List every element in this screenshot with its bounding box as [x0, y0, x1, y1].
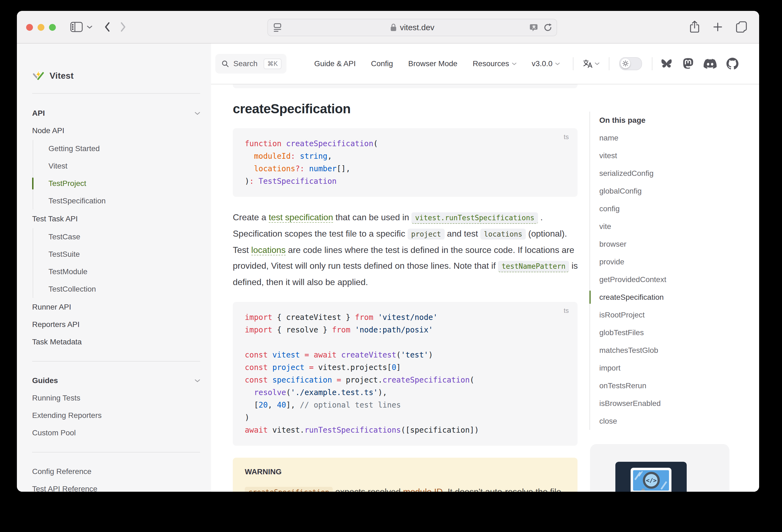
sidebar-label: API	[32, 109, 45, 118]
sidebar-nav: APINode APIGetting StartedVitestTestProj…	[32, 105, 200, 492]
navbar-divider	[609, 57, 609, 70]
code-lang-label: ts	[564, 133, 569, 141]
outline-item-vite[interactable]: vite	[599, 217, 736, 235]
sidebar-item-running-tests[interactable]: Running Tests	[32, 389, 200, 407]
forward-button-icon[interactable]	[120, 22, 126, 32]
nav-link-config[interactable]: Config	[371, 59, 393, 68]
outline-item-globtestfiles[interactable]: globTestFiles	[599, 324, 736, 342]
outline-item-isrootproject[interactable]: isRootProject	[599, 306, 736, 324]
sidebar-item-extending-reporters[interactable]: Extending Reporters	[32, 407, 200, 424]
text-run: that can be used in	[333, 212, 412, 222]
code-line: const specification = project.createSpec…	[245, 374, 566, 386]
language-switcher[interactable]	[583, 59, 600, 69]
reload-icon[interactable]	[543, 23, 552, 32]
sidebar-item-custom-pool[interactable]: Custom Pool	[32, 424, 200, 441]
code-example[interactable]: import { createVitest } from 'vitest/nod…	[245, 311, 566, 436]
sidebar-label: Extending Reporters	[32, 411, 102, 420]
doc-link-locations[interactable]: locations	[251, 245, 286, 255]
github-icon[interactable]	[726, 58, 739, 70]
sidebar-item-test-task-api[interactable]: Test Task API	[32, 210, 200, 227]
close-window-button[interactable]	[26, 24, 33, 31]
sidebar-menu-chevron-icon[interactable]	[86, 25, 93, 29]
outline-item-config[interactable]: config	[599, 200, 736, 217]
sponsor-card[interactable]: </>	[590, 444, 730, 492]
vitest-logo[interactable]: Vitest	[32, 69, 200, 83]
zoom-window-button[interactable]	[49, 24, 56, 31]
theme-toggle[interactable]	[619, 57, 642, 70]
page-title: createSpecification	[233, 101, 577, 116]
browser-sidebar-toggle-icon[interactable]	[70, 22, 83, 32]
outline-item-vitest[interactable]: vitest	[599, 147, 736, 165]
url-text[interactable]: vitest.dev	[400, 23, 434, 32]
sidebar-item-runner-api[interactable]: Runner API	[32, 298, 200, 316]
nav-link-guide-api[interactable]: Guide & API	[314, 59, 356, 68]
chevron-down-icon	[195, 112, 200, 115]
code-line: await vitest.runTestSpecifications([spec…	[245, 424, 566, 436]
outline-item-close[interactable]: close	[599, 412, 736, 430]
outline-item-browser[interactable]: browser	[599, 235, 736, 253]
sidebar-subgroup: TestCaseTestSuiteTestModuleTestCollectio…	[33, 228, 200, 298]
sidebar-item-testproject[interactable]: TestProject	[48, 175, 200, 192]
code-signature[interactable]: function createSpecification( moduleId: …	[245, 138, 566, 187]
nav-link-resources[interactable]: Resources	[473, 59, 517, 68]
outline-item-matchestestglob[interactable]: matchesTestGlob	[599, 342, 736, 359]
sidebar-item-node-api[interactable]: Node API	[32, 122, 200, 139]
sidebar-item-getting-started[interactable]: Getting Started	[48, 140, 200, 157]
translate-page-icon[interactable]	[530, 23, 539, 32]
sidebar-item-testcase[interactable]: TestCase	[48, 228, 200, 246]
outline-item-isbrowserenabled[interactable]: isBrowserEnabled	[599, 394, 736, 412]
warning-callout: WARNING createSpecification expects reso…	[233, 458, 577, 492]
doc-link-test-specification[interactable]: test specification	[269, 212, 333, 223]
address-bar[interactable]: vitest.dev	[268, 19, 557, 36]
on-this-page-aside: On this page namevitestserializedConfigg…	[590, 84, 736, 492]
sidebar-subgroup: Getting StartedVitestTestProjectTestSpec…	[33, 140, 200, 210]
sidebar-item-reporters-api[interactable]: Reporters API	[32, 316, 200, 333]
sidebar-item-testspecification[interactable]: TestSpecification	[48, 192, 200, 210]
outline-item-provide[interactable]: provide	[599, 253, 736, 271]
outline-item-createspecification[interactable]: createSpecification	[599, 288, 736, 306]
doc-sidebar: Vitest APINode APIGetting StartedVitestT…	[17, 43, 211, 492]
discord-icon[interactable]	[704, 59, 717, 69]
code-line: locations?: number[],	[245, 163, 566, 175]
outline-item-getprovidedcontext[interactable]: getProvidedContext	[599, 271, 736, 288]
site-navbar: Search ⌘K Guide & APIConfigBrowser ModeR…	[211, 43, 759, 84]
back-button-icon[interactable]	[104, 22, 111, 32]
mastodon-icon[interactable]	[682, 58, 694, 70]
sidebar-item-test-api-reference[interactable]: Test API Reference	[32, 480, 200, 492]
lock-icon	[390, 24, 397, 32]
inline-code: project	[407, 229, 445, 240]
outline-item-serializedconfig[interactable]: serializedConfig	[599, 165, 736, 182]
sidebar-item-task-metadata[interactable]: Task Metadata	[32, 333, 200, 351]
code-line: ): TestSpecification	[245, 175, 566, 187]
outline-item-name[interactable]: name	[599, 129, 736, 147]
nav-link-v3-0-0[interactable]: v3.0.0	[532, 59, 560, 68]
sidebar-item-config-reference[interactable]: Config Reference	[32, 463, 200, 480]
code-line: )	[245, 412, 566, 424]
sidebar-group-api[interactable]: API	[32, 105, 200, 122]
inline-code: createSpecification	[245, 487, 333, 492]
sidebar-group-guides[interactable]: Guides	[32, 372, 200, 389]
share-icon[interactable]	[689, 21, 700, 33]
nav-link-browser-mode[interactable]: Browser Mode	[408, 59, 457, 68]
code-line: [20, 40], // optional test lines	[245, 399, 566, 412]
outline-item-ontestsrerun[interactable]: onTestsRerun	[599, 377, 736, 394]
code-lang-label: ts	[564, 307, 569, 315]
sidebar-label: Running Tests	[32, 394, 80, 402]
search-button[interactable]: Search ⌘K	[215, 54, 286, 73]
doc-code-link-testnamepattern[interactable]: testNamePattern	[498, 261, 569, 272]
doc-code-link-vitest-runtestspecifications[interactable]: vitest.runTestSpecifications	[412, 212, 538, 224]
sidebar-item-testcollection[interactable]: TestCollection	[48, 280, 200, 298]
outline-item-import[interactable]: import	[599, 359, 736, 377]
new-tab-icon[interactable]	[713, 22, 723, 32]
sidebar-item-testsuite[interactable]: TestSuite	[48, 246, 200, 263]
bluesky-icon[interactable]	[661, 58, 673, 69]
sidebar-item-testmodule[interactable]: TestModule	[48, 263, 200, 280]
navbar-divider	[652, 57, 652, 70]
tab-overview-icon[interactable]	[736, 21, 747, 33]
outline-item-globalconfig[interactable]: globalConfig	[599, 182, 736, 200]
minimize-window-button[interactable]	[38, 24, 44, 31]
sun-icon	[623, 61, 629, 66]
sidebar-item-vitest[interactable]: Vitest	[48, 157, 200, 175]
sidebar-label: Runner API	[32, 303, 71, 312]
doc-link-module-id[interactable]: module ID	[403, 487, 443, 492]
